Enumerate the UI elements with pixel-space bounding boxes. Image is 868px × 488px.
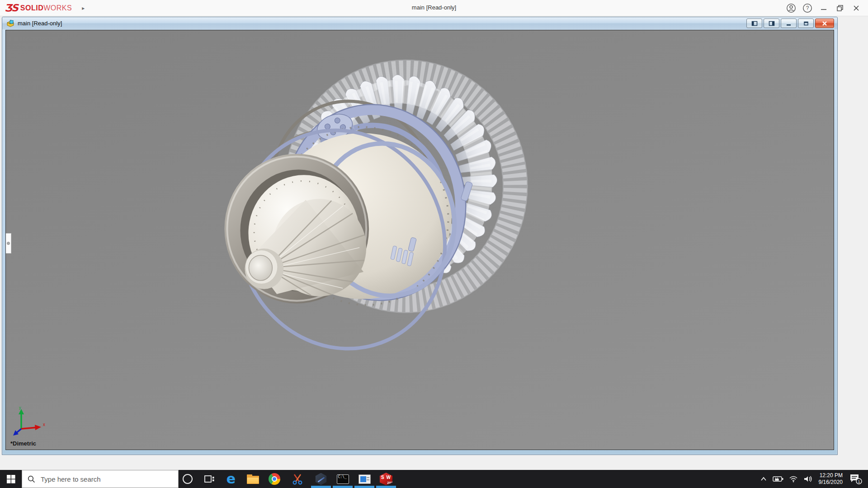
minimize-button[interactable] xyxy=(816,0,832,16)
app-titlebar: ƷS SOLIDWORKS ▸ main [Read-only] ? xyxy=(0,0,868,16)
document-title: main [Read-only] xyxy=(18,20,62,27)
pane-right-button[interactable] xyxy=(764,19,779,28)
task-view-icon xyxy=(204,474,215,484)
assembly-icon xyxy=(6,20,14,27)
help-icon[interactable]: ? xyxy=(799,0,816,16)
search-icon xyxy=(28,475,35,483)
notification-badge: 1 xyxy=(858,479,860,484)
hex-app-icon xyxy=(315,473,327,485)
restore-button[interactable] xyxy=(832,0,848,16)
command-prompt-icon: C:\_ xyxy=(337,474,349,484)
view-orientation-label: *Dimetric xyxy=(10,440,36,447)
jet-engine-model xyxy=(6,30,834,450)
taskbar-icon-edge[interactable]: e xyxy=(220,470,242,488)
close-button[interactable] xyxy=(848,0,864,16)
document-window: main [Read-only] xyxy=(2,17,838,455)
solidworks-2020-icon: S W 2020 xyxy=(380,473,392,485)
cortana-icon xyxy=(183,474,193,484)
doc-restore-button[interactable] xyxy=(798,19,814,28)
triad-y-label: y xyxy=(19,405,21,410)
wifi-icon[interactable] xyxy=(786,470,801,488)
tray-clock[interactable]: 12:20 PM 9/16/2020 xyxy=(815,472,846,486)
doc-minimize-button[interactable] xyxy=(781,19,797,28)
document-titlebar[interactable]: main [Read-only] xyxy=(2,17,837,29)
svg-text:?: ? xyxy=(806,5,809,11)
running-indicator xyxy=(354,486,374,488)
reference-triad: y x xyxy=(13,405,48,438)
file-explorer-icon xyxy=(247,474,259,484)
snipping-tool-icon xyxy=(292,473,303,485)
edge-icon: e xyxy=(226,472,236,486)
search-input[interactable]: Type here to search xyxy=(22,470,179,488)
taskbar-icon-solidworks[interactable]: S W 2020 xyxy=(375,470,397,488)
taskbar-icon-hex-app[interactable] xyxy=(310,470,332,488)
running-indicator xyxy=(376,486,396,488)
splitter-dot-icon xyxy=(7,242,10,245)
volume-icon[interactable] xyxy=(801,470,815,488)
search-placeholder: Type here to search xyxy=(41,475,101,483)
app-window-title: main [Read-only] xyxy=(0,4,868,11)
running-indicator xyxy=(333,486,353,488)
notification-center-button[interactable]: 1 xyxy=(846,470,868,488)
windows-logo-icon xyxy=(7,475,15,483)
taskbar: Type here to search e C:\_ xyxy=(0,470,868,488)
taskbar-icon-snipping-tool[interactable] xyxy=(287,470,308,488)
doc-close-button[interactable] xyxy=(815,19,834,28)
feature-manager-splitter-tab[interactable] xyxy=(6,233,11,253)
taskbar-icon-command-prompt[interactable]: C:\_ xyxy=(332,470,354,488)
taskbar-icon-task-view[interactable] xyxy=(198,470,220,488)
battery-icon[interactable] xyxy=(770,470,786,488)
tray-chevron-icon[interactable] xyxy=(757,470,770,488)
running-indicator xyxy=(311,486,331,488)
taskbar-icon-window-app[interactable] xyxy=(354,470,375,488)
tray-time: 12:20 PM xyxy=(819,472,843,479)
triad-x-label: x xyxy=(43,422,45,427)
taskbar-icon-chrome[interactable] xyxy=(264,470,285,488)
account-icon[interactable] xyxy=(783,0,799,16)
window-app-icon xyxy=(359,474,371,484)
taskbar-icon-cortana[interactable] xyxy=(177,470,198,488)
tray-date: 9/16/2020 xyxy=(819,479,843,486)
graphics-viewport[interactable]: y x *Dimetric xyxy=(5,30,834,450)
chrome-icon xyxy=(269,473,280,485)
notification-icon: 1 xyxy=(849,473,863,485)
taskbar-icon-file-explorer[interactable] xyxy=(242,470,264,488)
start-button[interactable] xyxy=(0,470,22,488)
pane-left-button[interactable] xyxy=(746,19,762,28)
